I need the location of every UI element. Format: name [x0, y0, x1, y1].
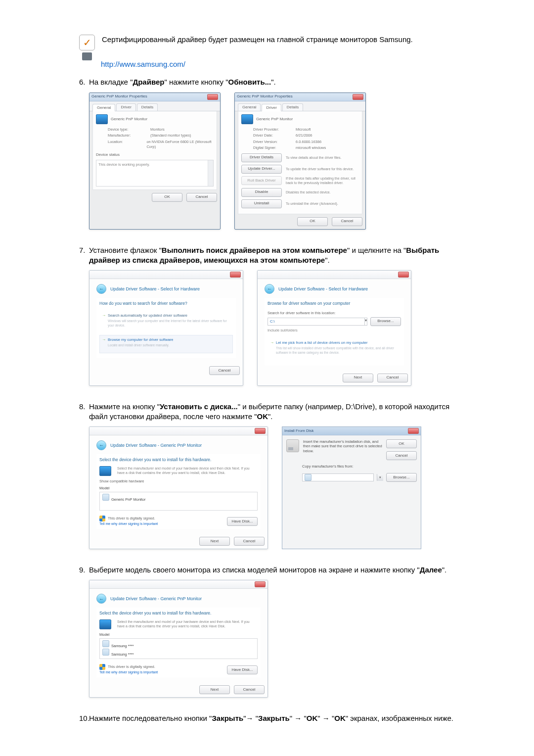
wizard-heading: Select the device driver you want to ins… — [99, 611, 258, 616]
ok-button[interactable]: OK — [152, 193, 182, 202]
ok-button[interactable]: OK — [386, 439, 417, 448]
next-button[interactable]: Next — [199, 685, 230, 694]
close-icon[interactable] — [255, 581, 266, 587]
dialog-title: Generic PnP Monitor Properties — [237, 94, 293, 99]
rollback-driver-button[interactable]: Roll Back Driver — [241, 176, 282, 185]
close-icon[interactable] — [408, 428, 419, 434]
checkmark-icon: ✓ — [79, 35, 95, 50]
step-8-text: Нажмите на кнопку "Установить с диска...… — [89, 402, 470, 422]
have-disk-button[interactable]: Have Disk... — [227, 517, 258, 526]
back-icon[interactable]: ← — [96, 284, 106, 294]
cancel-button[interactable]: Cancel — [332, 217, 362, 226]
have-disk-button[interactable]: Have Disk... — [227, 665, 258, 674]
browse-button[interactable]: Browse... — [370, 317, 401, 326]
step-9-text: Выберите модель своего монитора из списк… — [89, 565, 470, 575]
signing-info-link[interactable]: Tell me why driver signing is important — [99, 670, 158, 674]
scrollbar[interactable] — [208, 160, 213, 186]
monitor-icon — [241, 114, 253, 124]
show-compatible-checkbox[interactable]: Show compatible hardware — [99, 479, 258, 484]
cancel-button[interactable]: Cancel — [209, 366, 240, 375]
certified-driver-icon: ✓ — [79, 35, 97, 57]
monitor-properties-driver-dialog: Generic PnP Monitor Properties General D… — [234, 93, 366, 230]
copy-from-input[interactable] — [302, 473, 374, 481]
shield-icon — [99, 664, 105, 670]
chevron-down-icon[interactable]: ▾ — [377, 474, 383, 481]
install-from-disk-dialog: Install From Disk Insert the manufacture… — [282, 426, 421, 549]
cancel-button[interactable]: Cancel — [386, 451, 417, 460]
tab-details[interactable]: Details — [282, 103, 303, 111]
close-icon[interactable] — [255, 428, 266, 434]
device-status-box: This device is working properly. — [96, 160, 214, 187]
monitor-icon — [102, 649, 109, 656]
close-icon[interactable] — [207, 94, 218, 100]
device-heading: Generic PnP Monitor — [111, 117, 147, 122]
step-7-text: Установите флажок "Выполнить поиск драйв… — [89, 245, 470, 266]
monitor-properties-general-dialog: Generic PnP Monitor Properties General D… — [89, 93, 221, 230]
close-icon[interactable] — [353, 94, 363, 100]
include-subfolders-checkbox[interactable]: Include subfolders — [267, 328, 401, 333]
step-10-text: Нажмите последовательно кнопки "Закрыть"… — [89, 713, 470, 723]
tab-driver[interactable]: Driver — [116, 103, 135, 111]
back-icon[interactable]: ← — [96, 594, 106, 604]
samsung-url[interactable]: http://www.samsung.com/ — [101, 60, 185, 68]
wizard-breadcrumb: Update Driver Software - Select for Hard… — [110, 286, 200, 292]
monitor-icon — [99, 619, 111, 629]
wizard-breadcrumb: Update Driver Software - Generic PnP Mon… — [110, 442, 202, 448]
wizard-breadcrumb: Update Driver Software - Select for Hard… — [278, 286, 368, 292]
monitor-icon — [102, 494, 109, 501]
ok-button[interactable]: OK — [297, 217, 328, 226]
disk-icon — [286, 439, 299, 452]
select-device-driver-dialog: ← Update Driver Software - Generic PnP M… — [89, 426, 268, 549]
model-list[interactable]: Generic PnP Monitor — [99, 492, 258, 511]
dialog-title: Install From Disk — [284, 428, 314, 434]
device-heading: Generic PnP Monitor — [256, 117, 293, 122]
update-driver-button[interactable]: Update Driver... — [241, 165, 282, 174]
monitor-icon — [96, 114, 108, 124]
tab-driver[interactable]: Driver — [262, 104, 281, 112]
cancel-button[interactable]: Cancel — [377, 374, 408, 382]
chevron-down-icon[interactable]: ▾ — [365, 318, 367, 326]
device-status-label: Device status — [96, 152, 214, 158]
driver-path-input[interactable]: C:\ — [267, 318, 365, 326]
cancel-button[interactable]: Cancel — [234, 537, 265, 546]
browse-button[interactable]: Browse... — [386, 473, 417, 482]
back-icon[interactable]: ← — [96, 440, 106, 450]
disable-button[interactable]: Disable — [241, 188, 282, 197]
model-list[interactable]: Samsung **** Samsung **** — [99, 638, 258, 659]
tab-details[interactable]: Details — [137, 103, 158, 111]
browse-computer-option[interactable]: Browse my computer for driver software L… — [99, 335, 233, 353]
next-button[interactable]: Next — [343, 374, 373, 382]
cancel-button[interactable]: Cancel — [186, 193, 217, 202]
computer-icon — [82, 52, 92, 60]
monitor-icon — [102, 640, 109, 647]
wizard-heading: Select the device driver you want to ins… — [99, 457, 258, 463]
folder-icon — [305, 474, 312, 481]
search-auto-option[interactable]: Search automatically for updated driver … — [99, 311, 233, 333]
driver-details-button[interactable]: Driver Details — [241, 153, 282, 162]
select-monitor-model-dialog: ← Update Driver Software - Generic PnP M… — [89, 580, 268, 698]
back-icon[interactable]: ← — [265, 284, 274, 294]
tab-general[interactable]: General — [92, 104, 115, 112]
next-button[interactable]: Next — [199, 537, 230, 546]
wizard-heading: Browse for driver software on your compu… — [267, 301, 401, 306]
dialog-title: Generic PnP Monitor Properties — [91, 94, 147, 99]
monitor-icon — [99, 466, 111, 476]
intro-text: Сертифицированный драйвер будет размещен… — [102, 35, 413, 45]
close-icon[interactable] — [230, 272, 241, 278]
wizard-heading: How do you want to search for driver sof… — [99, 301, 233, 306]
signing-info-link[interactable]: Tell me why driver signing is important — [99, 522, 158, 525]
close-icon[interactable] — [398, 272, 409, 278]
uninstall-button[interactable]: Uninstall — [241, 199, 282, 208]
cancel-button[interactable]: Cancel — [234, 685, 265, 694]
wizard-breadcrumb: Update Driver Software - Generic PnP Mon… — [110, 596, 202, 602]
update-driver-search-dialog: ← Update Driver Software - Select for Ha… — [89, 270, 243, 385]
pick-from-list-option[interactable]: Let me pick from a list of device driver… — [267, 338, 401, 361]
tab-general[interactable]: General — [238, 103, 261, 111]
step-6-text: На вкладке "Драйвер" нажмите кнопку "Обн… — [89, 77, 470, 87]
shield-icon — [99, 516, 105, 521]
update-driver-browse-dialog: ← Update Driver Software - Select for Ha… — [257, 270, 411, 385]
